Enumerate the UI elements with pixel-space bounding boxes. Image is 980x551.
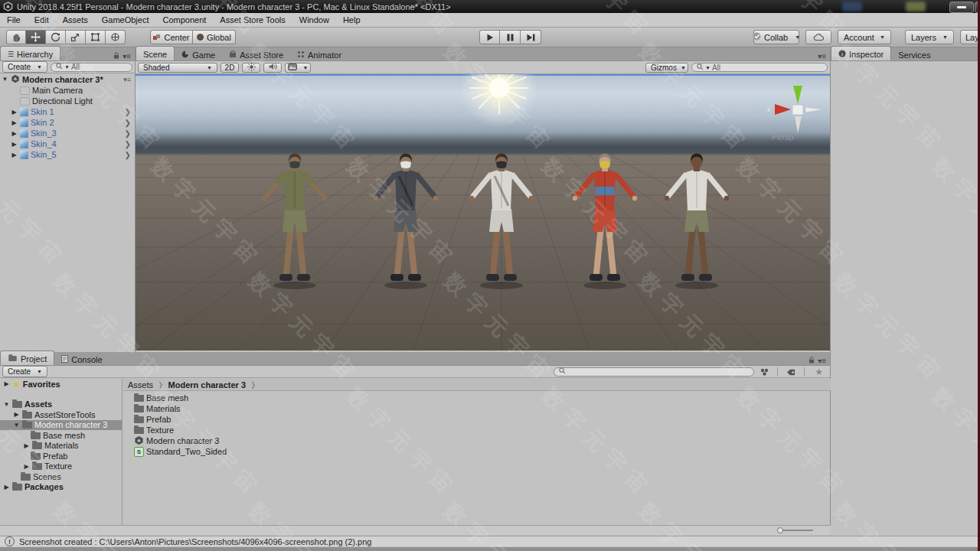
project-create-button[interactable]: Create▼ xyxy=(2,366,47,377)
search-icon xyxy=(559,367,566,376)
project-tree-item-texture[interactable]: ▶ Texture xyxy=(0,461,122,472)
tab-inspector[interactable]: i Inspector xyxy=(831,46,891,60)
account-dropdown[interactable]: Account▼ xyxy=(838,30,891,44)
collab-button[interactable]: Collab▼ xyxy=(753,30,799,44)
favorites-filter-star-icon[interactable]: ★ xyxy=(810,367,828,377)
gizmos-dropdown[interactable]: Gizmos▼ xyxy=(645,63,688,73)
menu-file[interactable]: File xyxy=(0,15,28,24)
project-tree-item-favorites[interactable]: ▶ ★Favorites xyxy=(0,379,122,390)
hierarchy-item-main-camera[interactable]: Main Camera xyxy=(0,85,135,96)
menu-assets[interactable]: Assets xyxy=(56,15,95,24)
folder-icon xyxy=(31,453,41,460)
tab-animator[interactable]: Animator xyxy=(290,49,348,60)
project-file-standard-two-sided[interactable]: SStandard_Two_Sided xyxy=(123,446,831,457)
tab-project[interactable]: Project xyxy=(0,350,54,365)
scene-viewport[interactable]: x Persp xyxy=(136,74,830,350)
pause-button[interactable] xyxy=(500,30,521,44)
folder-icon xyxy=(32,442,42,449)
tab-asset-store[interactable]: Asset Store xyxy=(222,49,290,60)
menu-edit[interactable]: Edit xyxy=(28,15,56,24)
panel-menu-icon[interactable]: ▾≡ xyxy=(818,357,826,365)
character-skin-2[interactable] xyxy=(368,151,444,292)
gizmo-cube xyxy=(792,105,803,115)
hierarchy-scene-root[interactable]: ▼ Modern character 3* ▾≡ xyxy=(0,73,135,85)
shading-mode-dropdown[interactable]: Shaded▼ xyxy=(138,63,217,73)
menu-asset-store-tools[interactable]: Asset Store Tools xyxy=(213,15,292,24)
project-tree-item-materials[interactable]: ▶ Materials xyxy=(0,441,122,452)
project-tree-item-base-mesh[interactable]: Base mesh xyxy=(0,430,122,441)
hierarchy-item-skin_4[interactable]: ▶ Skin_4 ❯ xyxy=(0,139,135,149)
project-file-base-mesh[interactable]: Base mesh xyxy=(123,393,831,403)
project-tree-item-prefab[interactable]: Prefab xyxy=(0,451,122,461)
breadcrumb-separator-icon: ❭ xyxy=(250,381,256,389)
project-tree-item-scenes[interactable]: Scenes xyxy=(0,471,122,482)
project-tree-item-assets[interactable]: ▼ Assets xyxy=(0,399,122,410)
lock-icon[interactable] xyxy=(808,357,815,365)
panel-menu-icon[interactable]: ▾≡ xyxy=(122,52,131,60)
project-file-materials[interactable]: Materials xyxy=(123,403,831,414)
project-file-modern-character-3[interactable]: Modern character 3 xyxy=(123,435,831,446)
z-axis-cone xyxy=(805,107,823,112)
scene-lighting-button[interactable] xyxy=(242,63,260,73)
thumbnail-slider-track[interactable] xyxy=(779,530,813,531)
status-message: Screenshot created : C:\Users\Anton\Pict… xyxy=(19,537,371,546)
character-skin-4[interactable] xyxy=(567,151,643,292)
thumbnail-slider-knob[interactable] xyxy=(777,527,783,533)
character-skin-5[interactable] xyxy=(658,151,735,292)
hierarchy-item-skin-1[interactable]: ▶ Skin 1 ❯ xyxy=(0,106,135,117)
scene-search-input[interactable]: ▼ All xyxy=(691,63,828,72)
step-button[interactable] xyxy=(521,30,541,44)
breadcrumb-root[interactable]: Assets xyxy=(128,380,153,390)
play-button[interactable] xyxy=(479,30,500,44)
persp-label[interactable]: Persp xyxy=(772,132,794,142)
transform-tool-button[interactable] xyxy=(106,30,126,44)
tab-hierarchy[interactable]: ☰ Hierarchy xyxy=(0,46,60,60)
search-by-type-icon[interactable] xyxy=(757,365,772,379)
hierarchy-search-input[interactable]: ▼ All xyxy=(51,63,132,72)
character-skin-3[interactable] xyxy=(463,151,540,292)
menu-help[interactable]: Help xyxy=(336,15,368,24)
rect-tool-button[interactable] xyxy=(86,30,106,44)
project-tree-item-modern-character-3[interactable]: ▼ Modern character 3 xyxy=(0,420,122,431)
lock-icon[interactable] xyxy=(113,52,119,60)
project-file-prefab[interactable]: Prefab xyxy=(123,414,831,425)
status-bar[interactable]: ! Screenshot created : C:\Users\Anton\Pi… xyxy=(0,536,980,546)
move-tool-button[interactable] xyxy=(26,30,46,44)
hierarchy-item-skin_3[interactable]: ▶ Skin_3 ❯ xyxy=(0,128,135,139)
tab-scene[interactable]: Scene xyxy=(136,46,175,60)
search-by-label-icon[interactable] xyxy=(783,365,799,379)
scene-search-text: All xyxy=(712,64,720,72)
menu-gameobject[interactable]: GameObject xyxy=(95,15,156,24)
hierarchy-item-skin_5[interactable]: ▶ Skin_5 ❯ xyxy=(0,149,135,160)
project-tree-item-packages[interactable]: ▶ Packages xyxy=(0,482,122,493)
project-search-input[interactable] xyxy=(554,367,754,377)
pivot-toggle-button[interactable]: Center xyxy=(150,30,193,44)
hand-tool-button[interactable] xyxy=(6,30,26,44)
hierarchy-item-skin-2[interactable]: ▶ Skin 2 ❯ xyxy=(0,117,135,128)
layers-dropdown[interactable]: Layers▼ xyxy=(905,30,954,44)
character-skin-1[interactable] xyxy=(256,151,333,292)
unity-scene-icon xyxy=(11,74,20,85)
project-file-texture[interactable]: Texture xyxy=(123,425,831,435)
cloud-button[interactable] xyxy=(805,30,831,44)
rotate-tool-button[interactable] xyxy=(46,30,66,44)
menu-component[interactable]: Component xyxy=(155,15,213,24)
scale-tool-button[interactable] xyxy=(66,30,86,44)
tab-console[interactable]: Console xyxy=(54,354,109,365)
unity-logo-icon xyxy=(3,2,13,11)
tab-game[interactable]: Game xyxy=(175,49,222,60)
breadcrumb-current[interactable]: Modern character 3 xyxy=(168,380,246,390)
2d-toggle-button[interactable]: 2D xyxy=(220,63,239,73)
scene-audio-button[interactable] xyxy=(263,63,282,73)
minimize-button[interactable] xyxy=(949,2,974,13)
space-toggle-button[interactable]: Global xyxy=(193,30,236,44)
panel-menu-icon[interactable]: ▾≡ xyxy=(818,52,826,60)
project-tree-item-assetstoretools[interactable]: ▶ AssetStoreTools xyxy=(0,409,122,420)
hierarchy-item-directional-light[interactable]: Directional Light xyxy=(0,96,135,106)
menu-bar: FileEditAssetsGameObjectComponentAsset S… xyxy=(0,13,980,28)
menu-window[interactable]: Window xyxy=(292,15,336,24)
prefab-cube-icon xyxy=(20,119,28,127)
hierarchy-create-button[interactable]: Create▼ xyxy=(2,61,47,73)
scene-effects-button[interactable]: ▼ xyxy=(285,63,311,73)
tab-services[interactable]: Services xyxy=(891,49,937,60)
